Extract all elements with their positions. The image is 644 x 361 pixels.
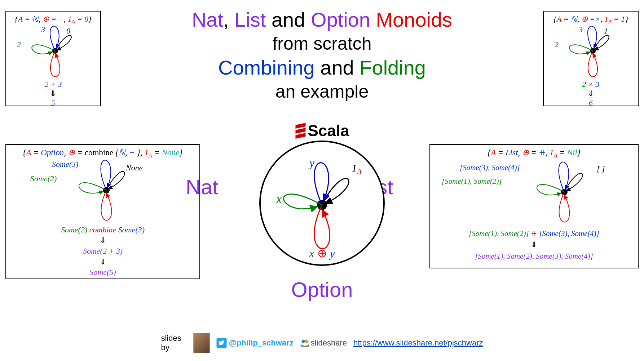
h-nil: Nil bbox=[567, 148, 577, 157]
central-x: x bbox=[277, 192, 282, 206]
h-c2: , bbox=[64, 14, 68, 23]
twitter-handle-block: @philip_schwarz bbox=[217, 338, 294, 348]
nat-add-header: {A = ℕ, ⊕ = +, 1A = 0} bbox=[10, 14, 96, 25]
val-2: 2 bbox=[555, 40, 559, 49]
twitter-handle[interactable]: @philip_schwarz bbox=[229, 338, 294, 348]
box-option: {A = Option, ⊕ = combine {ℕ, + }, 1A = N… bbox=[5, 144, 200, 279]
h-zero: 0 bbox=[84, 14, 88, 23]
cey: y bbox=[330, 247, 335, 260]
e2o: ( bbox=[100, 246, 103, 255]
label-option: Option bbox=[291, 277, 353, 302]
scala-logo: Scala bbox=[295, 122, 349, 140]
h-one: 1 bbox=[621, 14, 625, 23]
h-eq2: = bbox=[75, 148, 85, 157]
box-nat-mul: {A = ℕ, ⊕ =×, 1A = 1} 1 3 2 2 × 3 ⇓ 6 bbox=[543, 11, 639, 106]
e1l: Some(2) bbox=[61, 225, 87, 234]
svg-point-5 bbox=[301, 340, 305, 343]
el: 2 bbox=[45, 80, 49, 89]
h-eq3: = bbox=[75, 14, 84, 23]
h-list: List bbox=[506, 148, 518, 157]
h-n: ℕ bbox=[571, 14, 577, 23]
er: 3 bbox=[595, 80, 599, 89]
h-c: , bbox=[64, 148, 68, 157]
arr: ⇓ bbox=[469, 239, 599, 251]
val-3: 3 bbox=[41, 25, 45, 34]
title-line-3: Combining and Folding bbox=[192, 55, 452, 80]
h-n: ℕ bbox=[32, 14, 39, 23]
title-and: and bbox=[266, 8, 311, 31]
title-nat: Nat bbox=[192, 8, 223, 31]
h-plus: + bbox=[129, 148, 135, 157]
e2: [Some(1), Some(2), Some(3), Some(4)] bbox=[475, 252, 593, 260]
h-op: ⊕ bbox=[522, 148, 529, 157]
central-id: 1A bbox=[352, 162, 362, 176]
arr1: ⇓ bbox=[61, 235, 145, 246]
title-list: List bbox=[234, 8, 266, 31]
e2op: + bbox=[107, 246, 116, 255]
slides-by-label: slides by bbox=[161, 334, 187, 352]
h-eq3: = bbox=[612, 14, 621, 23]
h-c: , bbox=[39, 14, 43, 23]
h-op: ⊕ bbox=[581, 14, 588, 23]
h-a: A bbox=[491, 148, 496, 157]
h-c2: , bbox=[546, 148, 550, 157]
h-eq2: = bbox=[588, 14, 595, 23]
val-some3: Some(3) bbox=[52, 160, 78, 169]
el: 2 bbox=[582, 80, 586, 89]
h-sub: A bbox=[554, 152, 557, 159]
title-line-2: from scratch bbox=[192, 32, 452, 55]
h-op: ⊕ bbox=[68, 148, 75, 157]
val-top: [Some(3), Some(4)] bbox=[460, 163, 520, 172]
arr: ⇓ bbox=[45, 89, 62, 98]
h-eq: = bbox=[561, 14, 571, 23]
cex: x bbox=[309, 247, 314, 260]
petal-icon bbox=[557, 26, 625, 80]
val-1: 1 bbox=[604, 26, 608, 36]
h-plus: + bbox=[58, 14, 64, 23]
h-c2: , bbox=[125, 148, 129, 157]
e2r: 3 bbox=[116, 246, 120, 255]
h-id: 1 bbox=[144, 148, 149, 157]
eo: + bbox=[49, 80, 58, 89]
box-list: {A = List, ⊕ = ⧺, 1A = Nil} [ ] [Some(3)… bbox=[429, 144, 639, 268]
val-empty: [ ] bbox=[597, 164, 605, 173]
option-header: {A = Option, ⊕ = combine {ℕ, + }, 1A = N… bbox=[10, 148, 195, 159]
h-c2: , bbox=[600, 14, 604, 23]
box-nat-add: {A = ℕ, ⊕ = +, 1A = 0} 0 3 2 2 + 3 ⇓ 5 bbox=[5, 11, 101, 106]
slideshare-link[interactable]: https://www.slideshare.net/pjschwarz bbox=[353, 338, 483, 348]
label-nat: Nat bbox=[186, 175, 218, 199]
central-diagram: x y 1A x ⊕ y bbox=[259, 141, 385, 266]
h-eq: = bbox=[496, 148, 506, 157]
svg-point-6 bbox=[305, 340, 308, 343]
h-id: 1 bbox=[550, 148, 554, 157]
e1l: [Some(1), Some(2)] bbox=[469, 229, 529, 238]
h-comb: combine bbox=[85, 148, 113, 157]
h-none: None bbox=[162, 148, 180, 157]
res: 6 bbox=[589, 98, 593, 107]
list-diagram: [ ] [Some(3), Some(4)] [Some(1), Some(2)… bbox=[435, 160, 634, 228]
title-block: Nat, List and Option Monoids from scratc… bbox=[192, 7, 452, 103]
h-eq3: = bbox=[557, 148, 567, 157]
h-eq: = bbox=[23, 14, 32, 23]
h-n: ℕ bbox=[119, 148, 125, 157]
er: 3 bbox=[58, 80, 62, 89]
petal-icon bbox=[517, 161, 604, 226]
option-diagram: None Some(3) Some(2) bbox=[10, 160, 195, 224]
h-opt: Option bbox=[41, 148, 64, 157]
val-3: 3 bbox=[579, 25, 583, 34]
slideshare-block: slideshare bbox=[300, 338, 347, 348]
arr2: ⇓ bbox=[61, 257, 145, 267]
h-eq2: = bbox=[529, 148, 539, 157]
e2l: 2 bbox=[103, 246, 107, 255]
nat-mul-header: {A = ℕ, ⊕ =×, 1A = 1} bbox=[548, 14, 634, 25]
nat-mul-expr: 2 × 3 ⇓ 6 bbox=[582, 80, 600, 108]
val-left: [Some(1), Some(2)] bbox=[442, 177, 502, 186]
h-c: , bbox=[518, 148, 522, 157]
h-op: ⊕ bbox=[43, 14, 49, 23]
scala-text: Scala bbox=[308, 122, 349, 140]
title-monoids: Monoids bbox=[370, 8, 452, 31]
list-header: {A = List, ⊕ = ⧺, 1A = Nil} bbox=[435, 148, 634, 159]
nat-add-expr: 2 + 3 ⇓ 5 bbox=[45, 80, 62, 108]
h-eq3: = bbox=[152, 148, 162, 157]
res: 5 bbox=[51, 98, 55, 107]
